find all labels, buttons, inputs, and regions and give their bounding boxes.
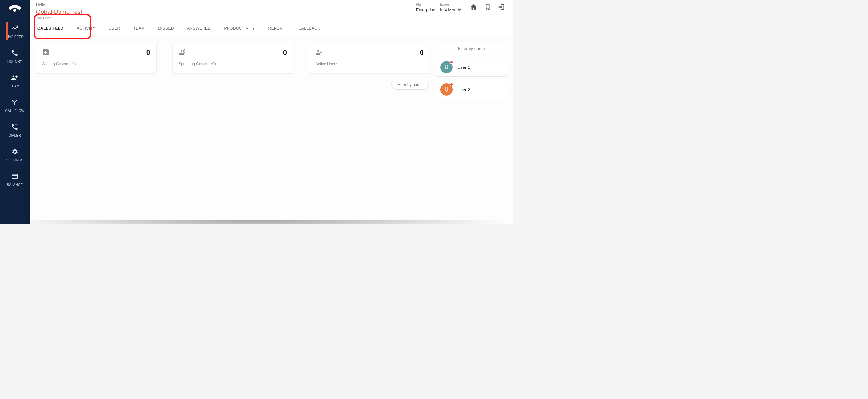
group-add-icon [11,74,19,82]
tab-callback[interactable]: CALLBACK [292,20,327,36]
svg-point-3 [317,50,319,52]
app-logo [7,2,23,15]
user-card[interactable]: U User 2 [436,80,507,99]
tab-answered[interactable]: ANSWERED [181,20,218,36]
sidebar-item-dialer[interactable]: SIP DIALER [0,117,30,142]
sidebar-item-call-flow[interactable]: CALL FLOW [0,92,30,117]
content: 0 Waiting Customer's 0 Speaking Customer… [30,36,513,224]
cards-column: 0 Waiting Customer's 0 Speaking Customer… [35,43,430,217]
sidebar-item-label: DIALER [8,134,21,137]
tab-activity[interactable]: ACTIVITY [70,20,102,36]
trend-icon [11,24,19,32]
sidebar-item-history[interactable]: HISTORY [0,43,30,68]
sidebar-item-balance[interactable]: BALANCE [0,167,30,191]
svg-point-0 [13,9,16,11]
avatar: U [440,83,453,96]
tab-team[interactable]: TEAM [127,20,152,36]
greeting-block: Hello, Gobal-Demo Test [36,3,82,16]
sidebar-item-label: BALANCE [7,183,23,187]
sidebar-item-label: CALL FLOW [5,109,24,113]
tenant-name: Gobal-Demo Test [36,8,82,16]
card-speaking-customers: 0 Speaking Customer's [172,43,293,74]
split-icon [11,98,19,106]
user-card[interactable]: U User 1 [436,58,507,77]
logout-icon[interactable] [497,3,506,11]
card-icon [11,172,19,180]
svg-point-2 [181,50,183,52]
person-check-icon [315,48,324,57]
user-name: User 1 [457,65,470,70]
avatar: U [440,61,453,74]
main-panel: Hello, Gobal-Demo Test Plan Enterprise E… [30,0,513,224]
card-value: 0 [420,48,424,57]
sidebar-item-label: LIVE FEED [6,35,24,38]
status-dot-offline [450,83,454,86]
card-value: 0 [146,48,150,57]
tab-productivity[interactable]: PRODUCTIVITY [217,20,261,36]
status-dot-offline [450,60,454,64]
phone-icon [11,49,19,57]
users-panel: Filter by name U User 1 U User 2 [436,43,507,217]
gear-icon [11,148,19,156]
greeting-text: Hello, [36,3,82,7]
sidebar-item-label: HISTORY [7,60,22,63]
sidebar-item-team[interactable]: TEAM [0,68,30,92]
tab-missed[interactable]: MISSED [151,20,180,36]
svg-text:SIP: SIP [15,124,18,126]
plan-value: Enterprise [416,7,435,12]
voice-icon [179,48,187,57]
header: Hello, Gobal-Demo Test Plan Enterprise E… [30,0,513,16]
sip-phone-icon: SIP [11,123,19,131]
cards-row: 0 Waiting Customer's 0 Speaking Customer… [35,43,430,74]
expire-key: Expire [440,3,462,6]
plan-key: Plan [416,3,435,6]
card-label: Speaking Customer's [179,62,287,66]
expire-value: In 4 Months [440,7,462,12]
sidebar-item-label: TEAM [10,84,20,88]
add-box-icon [42,48,50,57]
mobile-icon[interactable] [483,3,492,11]
tabs: CALLS FEED ACTIVITY USER TEAM MISSED ANS… [31,20,513,36]
tabs-caption: Live Feed [35,16,51,20]
card-label: Active User's [315,62,424,66]
card-value: 0 [283,48,287,57]
card-active-users: 0 Active User's [309,43,430,74]
sidebar-item-live-feed[interactable]: LIVE FEED [0,19,30,43]
sidebar-item-label: SETTINGS [6,158,23,162]
sidebar-item-settings[interactable]: SETTINGS [0,142,30,167]
filter-by-name-button[interactable]: Filter by name [391,80,429,89]
tab-user[interactable]: USER [102,20,127,36]
sidebar: LIVE FEED HISTORY TEAM CALL FLOW SIP DIA… [0,0,30,224]
card-waiting-customers: 0 Waiting Customer's [35,43,156,74]
tab-report[interactable]: REPORT [262,20,292,36]
user-name: User 2 [457,87,470,92]
card-label: Waiting Customer's [42,62,150,66]
expire-block: Expire In 4 Months [440,3,462,12]
tab-calls-feed[interactable]: CALLS FEED [31,20,70,36]
tabs-container: Live Feed CALLS FEED ACTIVITY USER TEAM … [30,16,513,36]
plan-block: Plan Enterprise [416,3,435,12]
filter-by-name-input[interactable]: Filter by name [436,43,507,54]
home-icon[interactable] [469,3,478,11]
